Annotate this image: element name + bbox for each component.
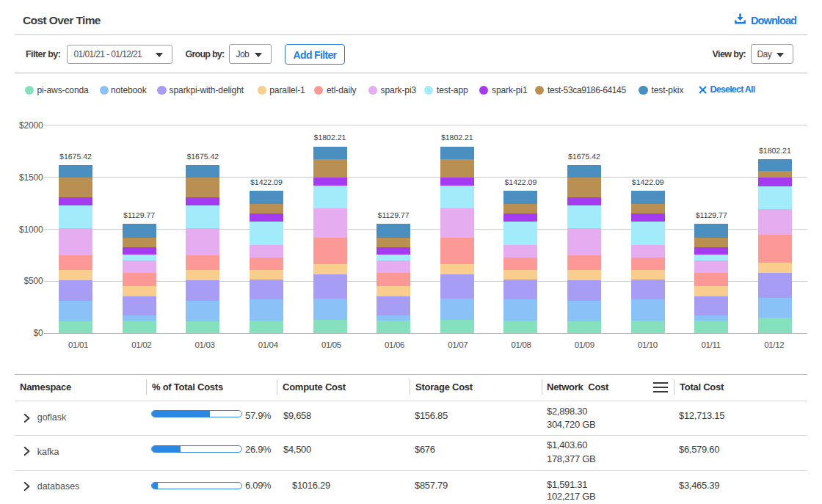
svg-text:$1129.77: $1129.77 <box>378 211 410 220</box>
svg-text:$1422.09: $1422.09 <box>505 178 537 187</box>
svg-text:01/04: 01/04 <box>258 340 279 349</box>
svg-text:01/10: 01/10 <box>638 340 658 349</box>
svg-text:$1802.21: $1802.21 <box>759 147 791 156</box>
svg-text:01/12: 01/12 <box>764 340 784 349</box>
svg-text:$1422.09: $1422.09 <box>632 178 664 187</box>
svg-text:$1675.42: $1675.42 <box>568 153 600 161</box>
svg-text:01/08: 01/08 <box>511 340 531 349</box>
svg-text:01/07: 01/07 <box>448 340 468 349</box>
svg-text:$500: $500 <box>23 276 43 286</box>
svg-text:$1675.42: $1675.42 <box>186 153 219 161</box>
svg-text:$1802.21: $1802.21 <box>441 134 473 142</box>
svg-text:01/11: 01/11 <box>702 340 721 349</box>
svg-text:01/06: 01/06 <box>385 340 404 349</box>
svg-text:$1802.21: $1802.21 <box>314 134 346 142</box>
svg-text:01/01: 01/01 <box>68 340 88 349</box>
svg-text:$1422.09: $1422.09 <box>250 178 283 187</box>
svg-text:$1000: $1000 <box>19 224 43 235</box>
svg-text:$1129.77: $1129.77 <box>123 211 155 220</box>
svg-text:$2000: $2000 <box>19 120 43 131</box>
svg-text:01/05: 01/05 <box>321 340 341 349</box>
svg-text:$1675.42: $1675.42 <box>59 153 92 161</box>
svg-text:$1129.77: $1129.77 <box>696 211 727 220</box>
svg-text:$1500: $1500 <box>19 172 43 183</box>
svg-text:01/03: 01/03 <box>194 340 214 349</box>
svg-text:$0: $0 <box>33 328 43 338</box>
svg-text:01/02: 01/02 <box>131 340 151 349</box>
svg-text:01/09: 01/09 <box>575 340 594 349</box>
